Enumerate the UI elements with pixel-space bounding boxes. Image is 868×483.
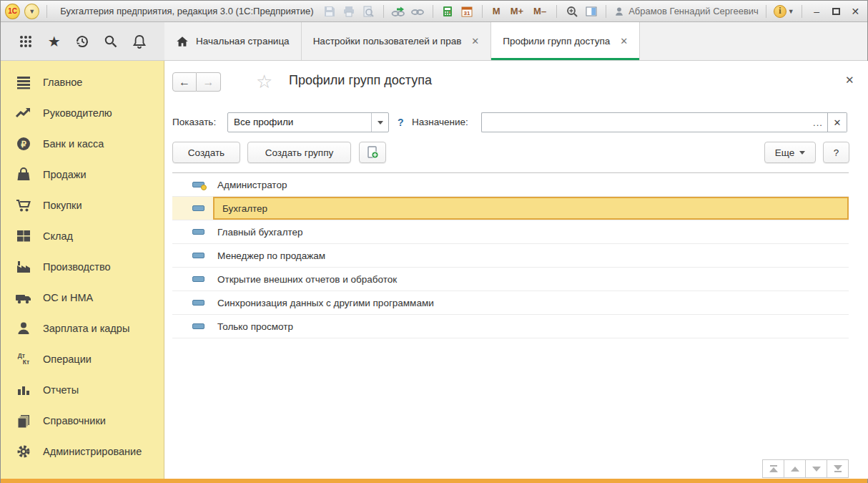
- close-window-button[interactable]: ✕: [848, 4, 863, 19]
- copy-item-button[interactable]: [359, 142, 386, 163]
- show-filter-select[interactable]: Все профили: [227, 112, 389, 132]
- profile-name: Администратор: [217, 180, 287, 190]
- all-sections-icon[interactable]: [16, 32, 35, 51]
- profile-icon: [192, 276, 204, 282]
- sidebar-item-salary-hr[interactable]: Зарплата и кадры: [1, 313, 164, 343]
- books-icon: [15, 412, 32, 429]
- sidebar-item-manager[interactable]: Руководителю: [1, 97, 164, 128]
- profile-name: Синхронизация данных с другими программа…: [217, 298, 434, 308]
- command-bar: Создать Создать группу Еще ?: [164, 142, 868, 163]
- create-button[interactable]: Создать: [172, 142, 240, 163]
- scroll-up-button[interactable]: [784, 459, 806, 478]
- calendar-day: 31: [464, 10, 470, 16]
- divider: [766, 5, 766, 18]
- save-icon[interactable]: [322, 4, 337, 19]
- show-label: Показать:: [172, 112, 216, 132]
- memory-add-button[interactable]: M+: [508, 6, 526, 16]
- sidebar-item-main[interactable]: Главное: [1, 67, 164, 97]
- profile-row-view-only[interactable]: Только просмотр: [172, 315, 849, 338]
- sidebar-item-administration[interactable]: Администрирование: [1, 436, 164, 467]
- profile-row-external-reports[interactable]: Открытие внешних отчетов и обработок: [172, 268, 849, 291]
- form-access-group-profiles: ← → ☆ Профили групп доступа ✕ Показать: …: [164, 61, 868, 479]
- assignment-choose-button[interactable]: ...: [809, 112, 828, 132]
- profile-row-administrator[interactable]: Администратор: [172, 173, 849, 197]
- function-panel: ★: [1, 22, 164, 60]
- profile-row-data-sync[interactable]: Синхронизация данных с другими программа…: [172, 291, 849, 315]
- gear-icon: [15, 443, 32, 460]
- get-link-icon[interactable]: [410, 4, 425, 19]
- tab-label: Начальная страница: [196, 36, 290, 47]
- current-user[interactable]: Абрамов Геннадий Сергеевич: [613, 6, 759, 17]
- calendar-icon[interactable]: 31: [460, 4, 475, 19]
- main-menu-button[interactable]: ▼: [24, 4, 39, 19]
- memory-store-button[interactable]: M: [490, 6, 503, 16]
- profile-icon: [192, 205, 204, 211]
- scroll-down-button[interactable]: [805, 459, 827, 478]
- history-nav-group: ← →: [172, 72, 221, 92]
- filter-help-link[interactable]: ?: [398, 112, 404, 132]
- print-icon[interactable]: [342, 4, 357, 19]
- sidebar-item-warehouse[interactable]: Склад: [1, 220, 164, 251]
- profile-icon: [192, 229, 204, 235]
- bag-icon: [15, 166, 32, 183]
- dropdown-button[interactable]: [371, 113, 388, 132]
- copy-document-icon: [365, 145, 380, 160]
- assignment-field-group: ... ✕: [481, 112, 847, 132]
- forward-button[interactable]: →: [197, 72, 221, 92]
- tab-close-icon[interactable]: ✕: [471, 36, 479, 47]
- zoom-icon[interactable]: [564, 4, 579, 19]
- divider: [383, 5, 384, 18]
- favorites-icon[interactable]: ★: [45, 32, 64, 51]
- profile-row-chief-accountant[interactable]: Главный бухгалтер: [172, 220, 849, 244]
- print-preview-icon[interactable]: [361, 4, 376, 19]
- sidebar-item-operations[interactable]: ДтКт Операции: [1, 343, 164, 374]
- create-group-button[interactable]: Создать группу: [247, 142, 351, 163]
- service-info-button[interactable]: i ▼: [774, 5, 794, 18]
- back-button[interactable]: ←: [172, 72, 197, 92]
- sidebar-item-label: Руководителю: [43, 107, 112, 119]
- truck-icon: [15, 289, 32, 306]
- profile-row-sales-manager[interactable]: Менеджер по продажам: [172, 244, 849, 268]
- bottom-accent-strip: [1, 479, 867, 483]
- go-to-link-icon[interactable]: [391, 4, 406, 19]
- sidebar-item-label: Покупки: [43, 200, 82, 211]
- sidebar-item-purchases[interactable]: Покупки: [1, 190, 164, 220]
- sidebar-item-fixed-assets[interactable]: ОС и НМА: [1, 282, 164, 313]
- notifications-bell-icon[interactable]: [130, 32, 149, 51]
- assignment-input[interactable]: [481, 112, 809, 132]
- memory-subtract-button[interactable]: M–: [531, 6, 549, 16]
- profile-row-accountant[interactable]: Бухгалтер: [172, 197, 849, 220]
- sidebar-item-sales[interactable]: Продажи: [1, 159, 164, 190]
- tab-close-icon[interactable]: ✕: [620, 36, 628, 47]
- sidebar-item-directories[interactable]: Справочники: [1, 405, 164, 436]
- window-title: Бухгалтерия предприятия, редакция 3.0 (1…: [60, 6, 313, 16]
- maximize-button[interactable]: [829, 4, 844, 19]
- sidebar-item-label: Банк и касса: [43, 138, 104, 150]
- calculator-icon[interactable]: [440, 4, 455, 19]
- profile-icon: [192, 253, 204, 258]
- scroll-down-icon: [812, 467, 821, 472]
- sidebar-item-reports[interactable]: Отчеты: [1, 374, 164, 405]
- divider: [802, 5, 802, 18]
- assignment-clear-button[interactable]: ✕: [828, 112, 847, 132]
- more-button[interactable]: Еще: [764, 142, 816, 163]
- tab-access-group-profiles[interactable]: Профили групп доступа ✕: [491, 22, 640, 60]
- divider: [606, 5, 606, 18]
- sidebar-item-production[interactable]: Производство: [1, 251, 164, 282]
- scroll-to-top-button[interactable]: [762, 459, 784, 478]
- scroll-top-icon: [769, 467, 778, 472]
- user-name: Абрамов Геннадий Сергеевич: [628, 6, 759, 16]
- minimize-button[interactable]: –: [809, 4, 824, 19]
- 1c-logo-icon: 1С: [5, 4, 20, 19]
- split-window-icon[interactable]: [583, 4, 598, 19]
- search-icon[interactable]: [102, 32, 120, 51]
- favorite-star-icon[interactable]: ☆: [256, 71, 272, 93]
- form-close-button[interactable]: ✕: [845, 74, 854, 87]
- tab-user-rights-settings[interactable]: Настройки пользователей и прав ✕: [302, 22, 492, 60]
- history-icon[interactable]: [73, 32, 92, 51]
- tab-home[interactable]: Начальная страница: [164, 22, 302, 60]
- sidebar-item-bank-cash[interactable]: ₽ Банк и касса: [1, 128, 164, 159]
- debit-credit-icon: ДтКт: [15, 351, 32, 368]
- help-button[interactable]: ?: [823, 142, 849, 163]
- scroll-to-bottom-button[interactable]: [827, 459, 849, 478]
